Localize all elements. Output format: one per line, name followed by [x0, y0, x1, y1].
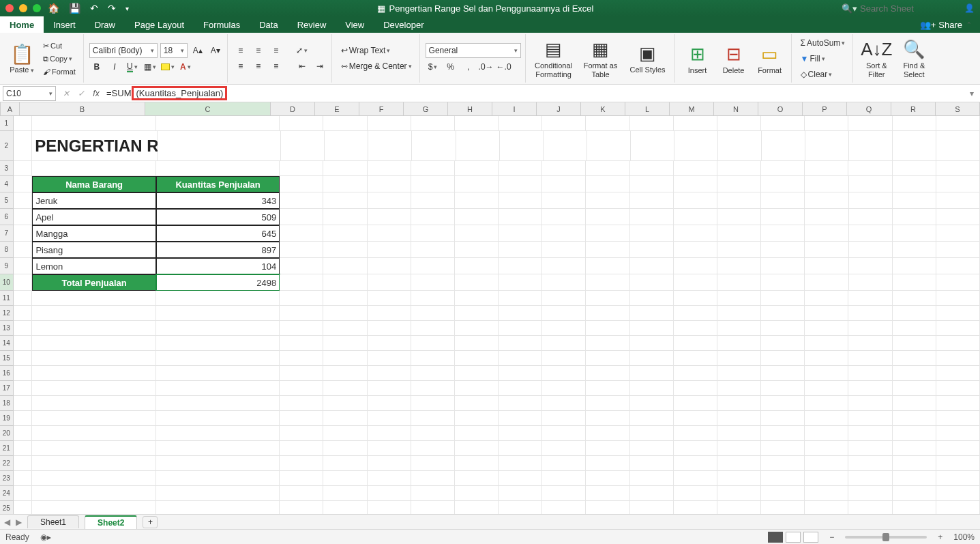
- insert-cells-button[interactable]: ⊞Insert: [681, 35, 715, 82]
- cell[interactable]: [761, 486, 805, 501]
- cell[interactable]: [280, 274, 323, 291]
- cell[interactable]: [936, 258, 980, 274]
- cell[interactable]: [805, 225, 848, 242]
- cell[interactable]: [499, 161, 542, 176]
- cell[interactable]: [542, 274, 586, 291]
- percent-icon[interactable]: %: [443, 60, 458, 74]
- cell[interactable]: [368, 116, 411, 131]
- cell[interactable]: [805, 131, 849, 161]
- cell[interactable]: [586, 441, 629, 456]
- cell[interactable]: [14, 209, 33, 225]
- cell[interactable]: [586, 192, 629, 209]
- cell[interactable]: [893, 411, 936, 426]
- cell[interactable]: [156, 396, 280, 411]
- cell[interactable]: [455, 116, 499, 131]
- cell[interactable]: [630, 258, 674, 274]
- cell[interactable]: [587, 131, 631, 161]
- cell[interactable]: [368, 131, 412, 161]
- cell[interactable]: [542, 225, 586, 242]
- name-box-dropdown-icon[interactable]: ▾: [49, 90, 53, 97]
- cell[interactable]: [411, 209, 455, 225]
- cell[interactable]: [630, 426, 674, 441]
- cell[interactable]: [156, 426, 280, 441]
- cell[interactable]: [936, 209, 980, 225]
- cell[interactable]: [325, 131, 368, 161]
- tab-view[interactable]: View: [336, 16, 374, 33]
- font-name-select[interactable]: Calibri (Body): [89, 43, 158, 58]
- cell[interactable]: [805, 116, 848, 131]
- cell[interactable]: [499, 486, 542, 501]
- cell[interactable]: [586, 426, 629, 441]
- cell[interactable]: [323, 291, 367, 306]
- cell[interactable]: [411, 291, 455, 306]
- cell[interactable]: [32, 116, 155, 131]
- cell[interactable]: [674, 501, 717, 514]
- cell[interactable]: [893, 321, 936, 336]
- merge-center-button[interactable]: ⇿Merge & Center: [338, 59, 415, 73]
- cell[interactable]: [761, 225, 805, 242]
- col-header-I[interactable]: I: [492, 102, 537, 115]
- cell[interactable]: [499, 456, 542, 471]
- cell[interactable]: [542, 381, 586, 396]
- cell[interactable]: [411, 426, 455, 441]
- row-header[interactable]: 2: [0, 131, 14, 161]
- cell[interactable]: [411, 161, 455, 176]
- cell[interactable]: [323, 411, 367, 426]
- cell[interactable]: [542, 441, 586, 456]
- cell[interactable]: [14, 411, 33, 426]
- cell[interactable]: [368, 381, 411, 396]
- cell[interactable]: [281, 131, 325, 161]
- cell[interactable]: [411, 381, 455, 396]
- user-avatar-icon[interactable]: 👤: [964, 3, 975, 13]
- cell[interactable]: [674, 336, 717, 351]
- cell[interactable]: [455, 456, 499, 471]
- cell[interactable]: [893, 336, 936, 351]
- cell[interactable]: [499, 176, 542, 192]
- cell[interactable]: [848, 306, 892, 321]
- zoom-slider-knob[interactable]: [882, 533, 889, 541]
- cell[interactable]: [14, 161, 33, 176]
- cell[interactable]: [674, 258, 717, 274]
- cell[interactable]: [848, 291, 892, 306]
- cell[interactable]: [323, 441, 367, 456]
- cell[interactable]: [936, 336, 980, 351]
- cell[interactable]: [280, 209, 323, 225]
- cell[interactable]: [542, 501, 586, 514]
- zoom-slider[interactable]: [845, 536, 927, 539]
- table-cell-name[interactable]: Mangga: [32, 225, 155, 242]
- cell[interactable]: [717, 411, 761, 426]
- cell[interactable]: [411, 192, 455, 209]
- cell[interactable]: [893, 501, 936, 514]
- cell[interactable]: [323, 426, 367, 441]
- cell[interactable]: [717, 192, 761, 209]
- cell[interactable]: [761, 351, 805, 366]
- cell[interactable]: [455, 336, 499, 351]
- cell[interactable]: [323, 471, 367, 486]
- cell[interactable]: [717, 471, 761, 486]
- col-header-C[interactable]: C: [145, 102, 271, 115]
- cell[interactable]: [674, 381, 717, 396]
- col-header-N[interactable]: N: [714, 102, 758, 115]
- cell[interactable]: [717, 486, 761, 501]
- cell[interactable]: [761, 258, 805, 274]
- cell[interactable]: [674, 321, 717, 336]
- cell[interactable]: [761, 501, 805, 514]
- cell[interactable]: [323, 161, 367, 176]
- cell[interactable]: [368, 426, 411, 441]
- cell[interactable]: [674, 192, 717, 209]
- cell[interactable]: [455, 258, 499, 274]
- delete-cells-button[interactable]: ⊟Delete: [717, 35, 751, 82]
- cell[interactable]: [805, 176, 848, 192]
- cell[interactable]: [542, 411, 586, 426]
- cell[interactable]: [936, 501, 980, 514]
- cell[interactable]: [323, 321, 367, 336]
- cell[interactable]: [805, 501, 848, 514]
- cell[interactable]: [893, 258, 936, 274]
- cell[interactable]: [717, 274, 761, 291]
- cell[interactable]: [893, 176, 936, 192]
- cell[interactable]: [411, 351, 455, 366]
- row-header[interactable]: 14: [0, 336, 14, 351]
- macro-record-icon[interactable]: ◉▸: [40, 532, 51, 542]
- tab-formulas[interactable]: Formulas: [194, 16, 250, 33]
- cell[interactable]: [323, 306, 367, 321]
